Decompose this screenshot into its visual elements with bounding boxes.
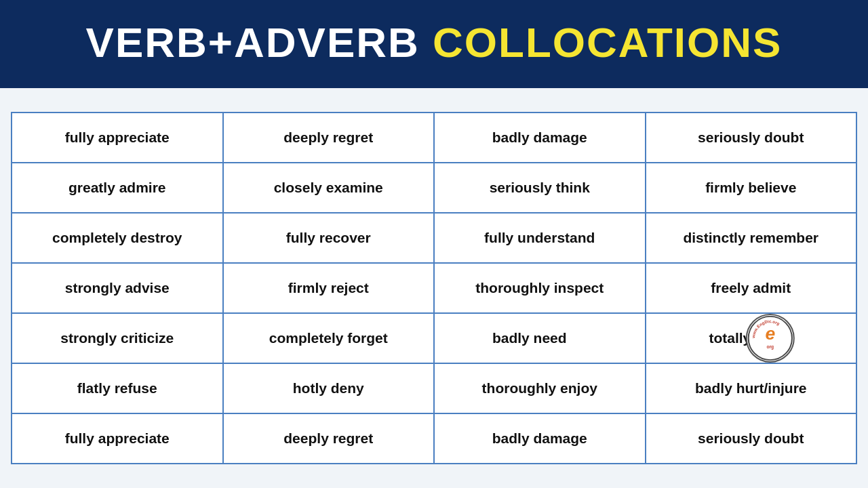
header: VERB+ADVERB COLLOCATIONS — [0, 0, 868, 88]
table-cell: seriously doubt — [646, 113, 857, 163]
table-row: strongly advisefirmly rejectthoroughly i… — [12, 263, 856, 313]
table-cell: seriously doubt — [646, 413, 857, 464]
table-cell: deeply regret — [223, 413, 435, 464]
title-yellow: COLLOCATIONS — [433, 19, 782, 66]
table-cell: greatly admire — [12, 163, 223, 213]
svg-text:e: e — [766, 323, 776, 344]
table-row: fully appreciatedeeply regretbadly damag… — [12, 413, 856, 464]
table-cell: hotly deny — [223, 363, 435, 413]
table-cell: thoroughly enjoy — [434, 363, 646, 413]
table-cell: flatly refuse — [12, 363, 223, 413]
table-cell: closely examine — [223, 163, 435, 213]
table-cell: distinctly remember — [646, 213, 857, 263]
table-cell: fully appreciate — [12, 113, 223, 163]
table-cell: badly need — [434, 313, 646, 363]
table-cell: badly damage — [434, 413, 646, 464]
table-cell: freely admit — [646, 263, 857, 313]
table-cell: totally agree www.EngDic.org e org — [646, 313, 857, 363]
title-white: VERB+ADVERB — [86, 19, 420, 66]
table-cell: fully recover — [223, 213, 435, 263]
table-cell: completely forget — [223, 313, 435, 363]
table-row: strongly criticizecompletely forgetbadly… — [12, 313, 856, 363]
table-row: greatly admireclosely examineseriously t… — [12, 163, 856, 213]
table-container: fully appreciatedeeply regretbadly damag… — [0, 88, 868, 488]
page-wrapper: VERB+ADVERB COLLOCATIONS fully appreciat… — [0, 0, 868, 488]
table-cell: strongly criticize — [12, 313, 223, 363]
table-cell: fully appreciate — [12, 413, 223, 464]
table-cell: strongly advise — [12, 263, 223, 313]
table-cell: completely destroy — [12, 213, 223, 263]
table-row: fully appreciatedeeply regretbadly damag… — [12, 113, 856, 163]
table-cell: firmly reject — [223, 263, 435, 313]
engdic-logo: www.EngDic.org e org — [746, 314, 795, 363]
collocations-table: fully appreciatedeeply regretbadly damag… — [11, 112, 857, 464]
table-cell: badly damage — [434, 113, 646, 163]
table-cell: seriously think — [434, 163, 646, 213]
table-cell: thoroughly inspect — [434, 263, 646, 313]
table-cell: deeply regret — [223, 113, 435, 163]
table-cell: badly hurt/injure — [646, 363, 857, 413]
svg-text:org: org — [767, 344, 774, 350]
table-row: flatly refusehotly denythoroughly enjoyb… — [12, 363, 856, 413]
header-title: VERB+ADVERB COLLOCATIONS — [86, 20, 783, 66]
table-row: completely destroyfully recoverfully und… — [12, 213, 856, 263]
table-cell: firmly believe — [646, 163, 857, 213]
table-cell: fully understand — [434, 213, 646, 263]
